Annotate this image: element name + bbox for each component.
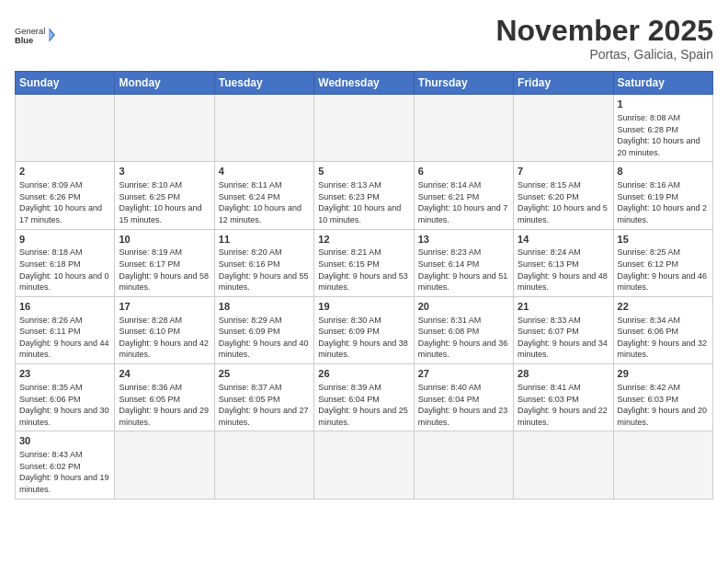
day-info: Sunrise: 8:15 AM Sunset: 6:20 PM Dayligh… <box>518 179 609 225</box>
table-row: 24Sunrise: 8:36 AM Sunset: 6:05 PM Dayli… <box>115 364 214 431</box>
calendar-week-row: 23Sunrise: 8:35 AM Sunset: 6:06 PM Dayli… <box>16 364 713 431</box>
table-row: 12Sunrise: 8:21 AM Sunset: 6:15 PM Dayli… <box>314 229 414 296</box>
svg-text:General: General <box>15 27 45 36</box>
table-row: 11Sunrise: 8:20 AM Sunset: 6:16 PM Dayli… <box>214 229 313 296</box>
day-info: Sunrise: 8:37 AM Sunset: 6:05 PM Dayligh… <box>219 382 310 428</box>
col-monday: Monday <box>115 72 214 95</box>
table-row <box>414 431 513 499</box>
day-info: Sunrise: 8:20 AM Sunset: 6:16 PM Dayligh… <box>219 247 310 293</box>
table-row <box>414 95 513 162</box>
table-row: 14Sunrise: 8:24 AM Sunset: 6:13 PM Dayli… <box>514 229 613 296</box>
table-row <box>214 431 313 499</box>
title-area: November 2025 Portas, Galicia, Spain <box>495 15 713 62</box>
day-info: Sunrise: 8:23 AM Sunset: 6:14 PM Dayligh… <box>418 247 509 293</box>
day-info: Sunrise: 8:08 AM Sunset: 6:28 PM Dayligh… <box>618 112 709 158</box>
table-row: 16Sunrise: 8:26 AM Sunset: 6:11 PM Dayli… <box>16 296 115 363</box>
table-row: 15Sunrise: 8:25 AM Sunset: 6:12 PM Dayli… <box>613 229 712 296</box>
day-info: Sunrise: 8:36 AM Sunset: 6:05 PM Dayligh… <box>119 382 210 428</box>
day-info: Sunrise: 8:10 AM Sunset: 6:25 PM Dayligh… <box>119 179 210 225</box>
day-number: 28 <box>518 367 609 381</box>
day-number: 8 <box>618 165 709 178</box>
day-info: Sunrise: 8:31 AM Sunset: 6:08 PM Dayligh… <box>418 315 509 361</box>
day-info: Sunrise: 8:33 AM Sunset: 6:07 PM Dayligh… <box>518 315 609 361</box>
day-number: 18 <box>219 300 310 314</box>
calendar-table: Sunday Monday Tuesday Wednesday Thursday… <box>15 71 713 499</box>
day-number: 27 <box>418 367 509 381</box>
day-number: 25 <box>219 367 310 381</box>
day-info: Sunrise: 8:19 AM Sunset: 6:17 PM Dayligh… <box>119 247 210 293</box>
day-number: 3 <box>119 165 210 178</box>
svg-text:Blue: Blue <box>15 36 33 45</box>
day-number: 14 <box>518 233 609 247</box>
day-info: Sunrise: 8:39 AM Sunset: 6:04 PM Dayligh… <box>318 382 409 428</box>
table-row: 22Sunrise: 8:34 AM Sunset: 6:06 PM Dayli… <box>613 296 712 363</box>
table-row: 1Sunrise: 8:08 AM Sunset: 6:28 PM Daylig… <box>613 95 712 162</box>
calendar-week-row: 30Sunrise: 8:43 AM Sunset: 6:02 PM Dayli… <box>16 431 713 499</box>
table-row: 21Sunrise: 8:33 AM Sunset: 6:07 PM Dayli… <box>514 296 613 363</box>
table-row: 20Sunrise: 8:31 AM Sunset: 6:08 PM Dayli… <box>414 296 513 363</box>
day-info: Sunrise: 8:09 AM Sunset: 6:26 PM Dayligh… <box>19 179 110 225</box>
day-number: 16 <box>19 300 110 314</box>
col-friday: Friday <box>514 72 613 95</box>
location-subtitle: Portas, Galicia, Spain <box>495 47 713 62</box>
day-info: Sunrise: 8:29 AM Sunset: 6:09 PM Dayligh… <box>219 315 310 361</box>
day-number: 24 <box>119 367 210 381</box>
day-info: Sunrise: 8:18 AM Sunset: 6:18 PM Dayligh… <box>19 247 110 293</box>
table-row: 2Sunrise: 8:09 AM Sunset: 6:26 PM Daylig… <box>16 162 115 229</box>
col-sunday: Sunday <box>16 72 115 95</box>
table-row: 17Sunrise: 8:28 AM Sunset: 6:10 PM Dayli… <box>115 296 214 363</box>
day-number: 6 <box>418 165 509 178</box>
day-number: 7 <box>518 165 609 178</box>
table-row <box>613 431 712 499</box>
day-number: 12 <box>318 233 409 247</box>
day-number: 29 <box>618 367 709 381</box>
calendar-week-row: 9Sunrise: 8:18 AM Sunset: 6:18 PM Daylig… <box>16 229 713 296</box>
day-info: Sunrise: 8:21 AM Sunset: 6:15 PM Dayligh… <box>318 247 409 293</box>
day-number: 9 <box>19 233 110 247</box>
table-row: 28Sunrise: 8:41 AM Sunset: 6:03 PM Dayli… <box>514 364 613 431</box>
table-row: 25Sunrise: 8:37 AM Sunset: 6:05 PM Dayli… <box>214 364 313 431</box>
day-number: 2 <box>19 165 110 178</box>
day-info: Sunrise: 8:25 AM Sunset: 6:12 PM Dayligh… <box>618 247 709 293</box>
logo-svg: General Blue <box>15 15 55 55</box>
calendar-header-row: Sunday Monday Tuesday Wednesday Thursday… <box>16 72 713 95</box>
day-info: Sunrise: 8:34 AM Sunset: 6:06 PM Dayligh… <box>618 315 709 361</box>
day-number: 13 <box>418 233 509 247</box>
table-row <box>314 431 414 499</box>
day-info: Sunrise: 8:43 AM Sunset: 6:02 PM Dayligh… <box>19 449 110 495</box>
table-row: 26Sunrise: 8:39 AM Sunset: 6:04 PM Dayli… <box>314 364 414 431</box>
day-number: 22 <box>618 300 709 314</box>
table-row: 6Sunrise: 8:14 AM Sunset: 6:21 PM Daylig… <box>414 162 513 229</box>
logo: General Blue <box>15 15 55 55</box>
table-row: 13Sunrise: 8:23 AM Sunset: 6:14 PM Dayli… <box>414 229 513 296</box>
table-row <box>514 431 613 499</box>
day-info: Sunrise: 8:26 AM Sunset: 6:11 PM Dayligh… <box>19 315 110 361</box>
day-number: 23 <box>19 367 110 381</box>
table-row: 7Sunrise: 8:15 AM Sunset: 6:20 PM Daylig… <box>514 162 613 229</box>
day-number: 5 <box>318 165 409 178</box>
table-row: 4Sunrise: 8:11 AM Sunset: 6:24 PM Daylig… <box>214 162 313 229</box>
day-info: Sunrise: 8:28 AM Sunset: 6:10 PM Dayligh… <box>119 315 210 361</box>
page-header: General Blue November 2025 Portas, Galic… <box>15 15 713 62</box>
day-number: 4 <box>219 165 310 178</box>
day-info: Sunrise: 8:42 AM Sunset: 6:03 PM Dayligh… <box>618 382 709 428</box>
table-row: 23Sunrise: 8:35 AM Sunset: 6:06 PM Dayli… <box>16 364 115 431</box>
col-thursday: Thursday <box>414 72 513 95</box>
table-row <box>214 95 313 162</box>
day-info: Sunrise: 8:30 AM Sunset: 6:09 PM Dayligh… <box>318 315 409 361</box>
day-number: 26 <box>318 367 409 381</box>
table-row: 10Sunrise: 8:19 AM Sunset: 6:17 PM Dayli… <box>115 229 214 296</box>
day-info: Sunrise: 8:14 AM Sunset: 6:21 PM Dayligh… <box>418 179 509 225</box>
table-row: 18Sunrise: 8:29 AM Sunset: 6:09 PM Dayli… <box>214 296 313 363</box>
calendar-week-row: 2Sunrise: 8:09 AM Sunset: 6:26 PM Daylig… <box>16 162 713 229</box>
table-row <box>115 431 214 499</box>
day-info: Sunrise: 8:24 AM Sunset: 6:13 PM Dayligh… <box>518 247 609 293</box>
day-info: Sunrise: 8:11 AM Sunset: 6:24 PM Dayligh… <box>219 179 310 225</box>
col-saturday: Saturday <box>613 72 712 95</box>
day-number: 10 <box>119 233 210 247</box>
day-number: 19 <box>318 300 409 314</box>
day-info: Sunrise: 8:13 AM Sunset: 6:23 PM Dayligh… <box>318 179 409 225</box>
day-number: 15 <box>618 233 709 247</box>
day-info: Sunrise: 8:41 AM Sunset: 6:03 PM Dayligh… <box>518 382 609 428</box>
table-row: 30Sunrise: 8:43 AM Sunset: 6:02 PM Dayli… <box>16 431 115 499</box>
